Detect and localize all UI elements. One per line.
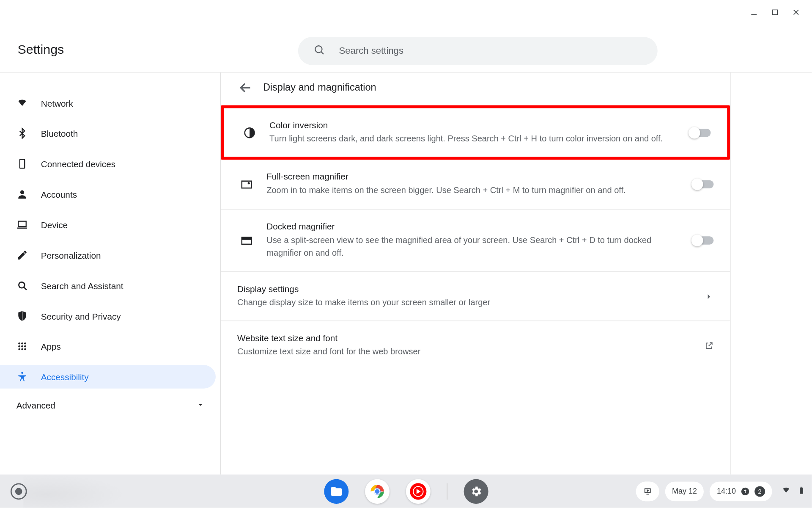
row-fullscreen-magnifier[interactable]: Full-screen magnifier Zoom in to make it… — [221, 160, 730, 210]
svg-point-13 — [21, 342, 23, 345]
sidebar-item-apps[interactable]: Apps — [0, 335, 216, 358]
phone-icon — [16, 158, 28, 170]
svg-rect-6 — [20, 160, 25, 168]
svg-point-16 — [21, 345, 23, 348]
chrome-app-icon[interactable] — [365, 479, 389, 503]
row-description: Change display size to make items on you… — [237, 296, 674, 309]
svg-point-21 — [21, 372, 23, 374]
row-title: Color inversion — [269, 120, 671, 130]
sidebar-item-label: Connected devices — [41, 159, 115, 168]
fullscreen-magnifier-icon — [237, 178, 256, 190]
sidebar-item-label: Bluetooth — [41, 128, 78, 138]
row-website-text-size[interactable]: Website text size and font Customize tex… — [221, 321, 730, 370]
main-content: Display and magnification Color inversio… — [221, 72, 812, 474]
color-inversion-toggle[interactable] — [690, 129, 711, 137]
battery-tray-icon[interactable] — [797, 485, 806, 497]
svg-line-5 — [321, 52, 324, 54]
sidebar-item-label: Device — [41, 220, 68, 229]
svg-point-7 — [20, 190, 24, 194]
pencil-icon — [16, 249, 28, 261]
sidebar-item-bluetooth[interactable]: Bluetooth — [0, 121, 216, 145]
search-input[interactable] — [339, 46, 642, 56]
svg-point-12 — [18, 342, 20, 345]
row-description: Customize text size and font for the web… — [237, 345, 674, 359]
upload-icon — [741, 486, 750, 496]
docked-magnifier-toggle[interactable] — [693, 236, 714, 244]
sidebar-item-search-assistant[interactable]: Search and Assistant — [0, 274, 216, 297]
row-title: Docked magnifier — [266, 221, 674, 231]
svg-point-17 — [24, 345, 26, 348]
contrast-icon — [240, 126, 259, 139]
svg-line-29 — [708, 342, 712, 346]
bluetooth-icon — [16, 127, 28, 139]
youtube-music-app-icon[interactable] — [406, 479, 430, 503]
search-box[interactable] — [298, 37, 658, 65]
page-header: Display and magnification — [221, 81, 730, 105]
accessibility-icon — [16, 371, 28, 383]
row-description: Turn light screens dark, and dark screen… — [269, 132, 671, 145]
sidebar-item-label: Apps — [41, 341, 61, 351]
shield-icon — [16, 310, 28, 322]
laptop-icon — [16, 219, 28, 231]
sidebar-item-accounts[interactable]: Accounts — [0, 182, 216, 206]
launcher-button[interactable] — [11, 483, 27, 500]
sidebar-advanced-toggle[interactable]: Advanced — [0, 395, 220, 410]
svg-point-4 — [315, 46, 322, 52]
docked-magnifier-icon — [237, 234, 256, 247]
sidebar-item-device[interactable]: Device — [0, 213, 216, 236]
search-icon — [16, 280, 28, 292]
top-bar: Settings — [0, 0, 812, 72]
row-display-settings[interactable]: Display settings Change display size to … — [221, 272, 730, 321]
system-tray: May 12 14:10 2 — [636, 481, 806, 501]
sidebar-item-label: Accounts — [41, 189, 77, 199]
advanced-label: Advanced — [16, 400, 55, 410]
svg-point-19 — [21, 348, 23, 351]
external-link-icon — [684, 341, 713, 351]
row-title: Full-screen magnifier — [266, 172, 674, 182]
dock — [324, 479, 488, 503]
tray-status[interactable]: 14:10 2 — [710, 481, 772, 501]
svg-point-14 — [24, 342, 26, 345]
app-title: Settings — [17, 42, 64, 58]
settings-app-icon[interactable] — [464, 479, 488, 503]
row-title: Website text size and font — [237, 333, 674, 343]
wifi-icon — [16, 97, 28, 109]
apps-grid-icon — [16, 340, 28, 352]
tray-date[interactable]: May 12 — [665, 481, 704, 501]
sidebar-item-label: Network — [41, 98, 73, 108]
sidebar-item-connected-devices[interactable]: Connected devices — [0, 152, 216, 175]
back-button[interactable] — [239, 81, 252, 95]
row-docked-magnifier[interactable]: Docked magnifier Use a split-screen view… — [221, 210, 730, 272]
row-description: Use a split-screen view to see the magni… — [266, 233, 674, 260]
svg-point-10 — [19, 282, 25, 288]
shelf: May 12 14:10 2 — [0, 475, 812, 508]
row-color-inversion[interactable]: Color inversion Turn light screens dark,… — [221, 105, 730, 160]
wifi-tray-icon[interactable] — [782, 485, 791, 497]
files-app-icon[interactable] — [324, 479, 348, 503]
chevron-right-icon — [684, 292, 713, 301]
svg-rect-39 — [801, 486, 802, 487]
svg-rect-8 — [18, 221, 26, 227]
row-title: Display settings — [237, 284, 674, 293]
svg-rect-38 — [800, 487, 803, 494]
sidebar-item-personalization[interactable]: Personalization — [0, 243, 216, 267]
dock-separator — [447, 483, 447, 500]
svg-point-20 — [24, 348, 26, 351]
account-icon — [16, 188, 28, 200]
power-icon — [643, 486, 652, 496]
svg-point-15 — [18, 345, 20, 348]
chevron-down-icon — [197, 400, 204, 410]
sidebar-item-network[interactable]: Network — [0, 91, 216, 115]
row-description: Zoom in to make items on the screen bigg… — [266, 184, 674, 197]
sidebar-item-label: Personalization — [41, 250, 101, 260]
sidebar-item-security-privacy[interactable]: Security and Privacy — [0, 304, 216, 328]
sidebar-item-accessibility[interactable]: Accessibility — [0, 365, 216, 388]
fullscreen-magnifier-toggle[interactable] — [693, 180, 714, 188]
sidebar-item-label: Security and Privacy — [41, 311, 121, 321]
sidebar: Network Bluetooth Connected devices Acco… — [0, 72, 221, 474]
sidebar-item-label: Search and Assistant — [41, 281, 123, 290]
notification-badge: 2 — [754, 486, 765, 497]
search-icon — [313, 44, 325, 58]
svg-rect-28 — [242, 237, 252, 240]
tray-power-menu[interactable] — [636, 481, 659, 501]
